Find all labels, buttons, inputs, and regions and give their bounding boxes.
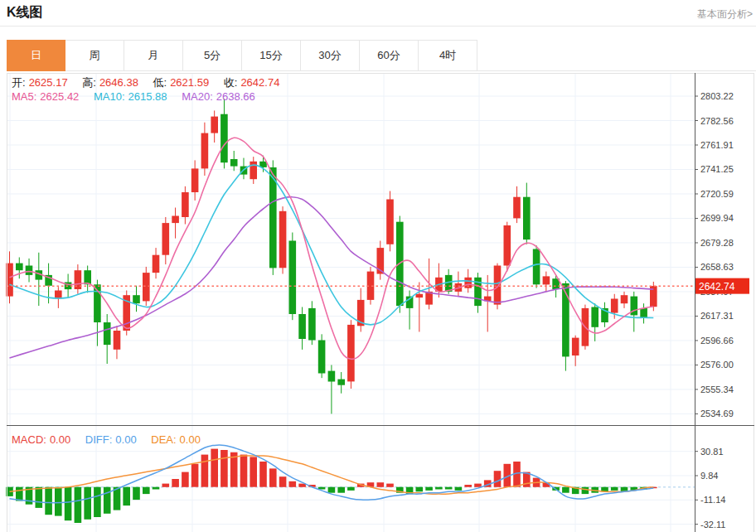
- svg-text:-11.14: -11.14: [700, 495, 725, 505]
- candle-body: [445, 275, 453, 292]
- candle-body: [16, 264, 23, 271]
- candle-body: [269, 167, 277, 268]
- candle-body: [308, 308, 316, 341]
- price-axis-labels: 2803.222782.562761.912741.252720.592699.…: [695, 91, 734, 418]
- candle-body: [182, 192, 189, 217]
- svg-text:2534.69: 2534.69: [700, 409, 734, 418]
- candle-body: [55, 291, 62, 299]
- ma10-line: [10, 165, 654, 325]
- candle-body: [543, 276, 550, 284]
- candle-body: [201, 133, 209, 169]
- svg-text:2741.25: 2741.25: [700, 164, 734, 174]
- candle-body: [104, 322, 111, 345]
- candle-body: [211, 117, 218, 133]
- candle-body: [591, 307, 598, 327]
- svg-text:2699.94: 2699.94: [700, 213, 734, 223]
- candle-body: [386, 200, 394, 244]
- chart-borders: [7, 73, 754, 532]
- fundamental-analysis-link[interactable]: 基本面分析>: [697, 7, 753, 22]
- svg-text:2782.56: 2782.56: [700, 116, 734, 126]
- tab-周[interactable]: 周: [65, 40, 124, 71]
- period-tabs: 日周月5分15分30分60分4时: [7, 40, 477, 71]
- candle-body: [416, 294, 424, 297]
- close-value: 2642.74: [240, 76, 279, 89]
- current-price-tag: 2642.74: [695, 278, 749, 294]
- candle-body: [172, 216, 179, 224]
- candle-body: [523, 197, 531, 239]
- candle-body: [191, 168, 199, 192]
- macd-readout: MACD:0.00 DIFF:0.00 DEA:0.00: [12, 433, 204, 446]
- svg-text:-32.11: -32.11: [700, 520, 725, 530]
- candlestick-series[interactable]: [6, 99, 657, 414]
- candle-body: [250, 162, 257, 179]
- svg-text:2679.28: 2679.28: [700, 238, 734, 248]
- svg-text:2658.63: 2658.63: [700, 262, 734, 272]
- macd-histogram: [6, 449, 657, 523]
- candle-body: [494, 266, 502, 305]
- tab-5分[interactable]: 5分: [183, 40, 242, 71]
- low-label: 低:: [153, 76, 167, 89]
- candle-body: [133, 295, 140, 303]
- svg-text:2596.66: 2596.66: [700, 336, 734, 346]
- tab-日[interactable]: 日: [7, 40, 65, 71]
- tab-30分[interactable]: 30分: [301, 40, 360, 71]
- candle-body: [337, 380, 345, 385]
- candle-body: [279, 211, 287, 268]
- tab-60分[interactable]: 60分: [360, 40, 419, 71]
- tab-月[interactable]: 月: [124, 40, 183, 71]
- kline-panel: K线图 基本面分析> 日周月5分15分30分60分4时 开:2625.17 高:…: [0, 0, 756, 532]
- candle-body: [143, 273, 150, 301]
- candle-body: [289, 241, 297, 315]
- candle-body: [533, 249, 540, 285]
- page-title: K线图: [7, 4, 43, 22]
- svg-text:2576.00: 2576.00: [700, 360, 734, 370]
- macd-label: MACD:: [12, 433, 46, 446]
- svg-text:9.84: 9.84: [700, 471, 718, 481]
- ma20-label: MA20:: [182, 90, 213, 103]
- tab-filler: [477, 40, 756, 71]
- open-label: 开:: [12, 76, 26, 89]
- macd-axis-labels: 30.819.84-11.14-32.11: [695, 447, 725, 530]
- svg-text:2720.59: 2720.59: [700, 189, 734, 199]
- candle-body: [640, 308, 647, 317]
- candle-body: [347, 325, 355, 382]
- candle-body: [230, 159, 238, 167]
- candle-body: [153, 255, 160, 273]
- dea-label: DEA:: [151, 433, 176, 446]
- svg-text:30.81: 30.81: [700, 447, 724, 457]
- ma-readout: MA5:2625.42 MA10:2615.88 MA20:2638.66: [12, 90, 259, 103]
- svg-text:2761.91: 2761.91: [700, 140, 734, 150]
- macd-value: 0.00: [50, 433, 70, 446]
- candle-body: [611, 299, 618, 313]
- candle-body: [318, 341, 326, 374]
- candle-body: [114, 331, 121, 350]
- title-divider: [0, 26, 756, 27]
- ma10-label: MA10:: [94, 90, 125, 103]
- candle-body: [298, 314, 306, 339]
- candle-body: [162, 223, 170, 255]
- dea-value: 0.00: [180, 433, 201, 446]
- tab-15分[interactable]: 15分: [242, 40, 301, 71]
- candle-body: [220, 114, 228, 163]
- close-label: 收:: [224, 76, 238, 89]
- candle-body: [26, 266, 33, 275]
- ma5-label: MA5:: [12, 90, 36, 103]
- diff-label: DIFF:: [85, 433, 113, 446]
- tab-4时[interactable]: 4时: [419, 40, 477, 71]
- high-value: 2646.38: [99, 76, 138, 89]
- candle-body: [513, 197, 521, 219]
- open-value: 2625.17: [29, 76, 68, 89]
- candle-body: [84, 270, 91, 284]
- high-label: 高:: [82, 76, 96, 89]
- ma5-value: 2625.42: [40, 90, 79, 103]
- candle-body: [621, 295, 628, 303]
- candle-body: [504, 225, 511, 266]
- candle-body: [328, 371, 336, 382]
- svg-text:2642.74: 2642.74: [699, 281, 735, 293]
- svg-text:2803.22: 2803.22: [700, 91, 734, 101]
- ma10-value: 2615.88: [128, 90, 167, 103]
- candle-body: [562, 283, 569, 357]
- candle-body: [572, 338, 579, 355]
- svg-text:2617.31: 2617.31: [700, 311, 734, 321]
- diff-value: 0.00: [115, 433, 136, 446]
